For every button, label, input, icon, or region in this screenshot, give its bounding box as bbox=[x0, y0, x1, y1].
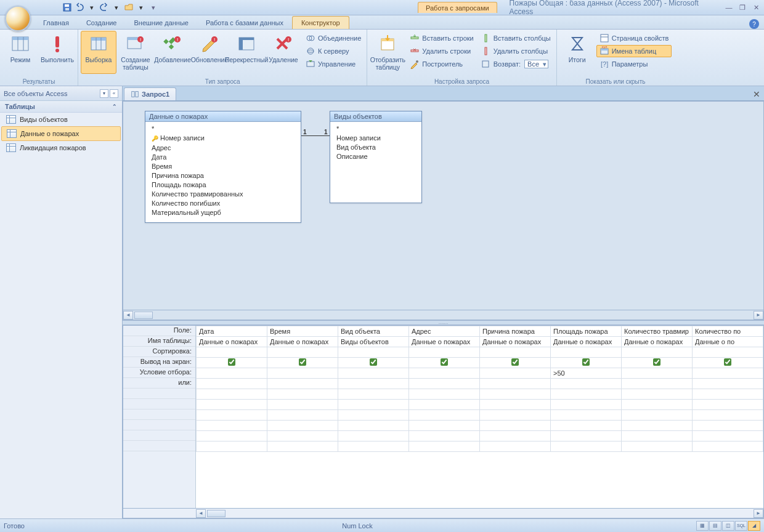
undo-icon[interactable] bbox=[74, 2, 85, 13]
grid-cell[interactable]: Вид объекта bbox=[338, 326, 409, 337]
scroll-right-icon[interactable]: ► bbox=[754, 311, 763, 320]
grid-cell[interactable] bbox=[622, 400, 693, 410]
grid-cell[interactable] bbox=[622, 410, 693, 421]
grid-cell[interactable] bbox=[551, 347, 622, 358]
tab-create[interactable]: Создание bbox=[78, 17, 126, 29]
tab-home[interactable]: Главная bbox=[35, 17, 78, 29]
scroll-left-icon[interactable]: ◄ bbox=[196, 509, 206, 518]
crosstab-button[interactable]: Перекрестный bbox=[229, 31, 264, 74]
propertysheet-button[interactable]: Страница свойств bbox=[596, 32, 672, 44]
grid-cell[interactable] bbox=[267, 410, 338, 421]
show-checkbox[interactable] bbox=[724, 358, 731, 366]
tab-dbtools[interactable]: Работа с базами данных bbox=[197, 17, 292, 29]
grid-cell[interactable] bbox=[197, 358, 267, 368]
insertcols-button[interactable]: Вставить столбцы bbox=[478, 32, 554, 44]
union-button[interactable]: Объединение bbox=[303, 32, 364, 44]
tab-external[interactable]: Внешние данные bbox=[126, 17, 197, 29]
grid-cell[interactable] bbox=[622, 441, 693, 452]
field-item[interactable]: * bbox=[336, 124, 415, 134]
redo-icon[interactable] bbox=[99, 2, 110, 13]
grid-cell[interactable] bbox=[338, 410, 409, 421]
table-box-objecttypes[interactable]: Виды объектов *Номер записиВид объектаОп… bbox=[330, 111, 422, 203]
grid-cell[interactable] bbox=[338, 421, 409, 431]
grid-cell[interactable] bbox=[197, 441, 267, 452]
grid-cell[interactable] bbox=[480, 441, 551, 452]
grid-cell[interactable]: Дата bbox=[197, 326, 267, 337]
field-item[interactable]: Площадь пожара bbox=[152, 180, 295, 190]
return-dropdown[interactable]: Все▾ bbox=[524, 60, 548, 68]
nav-item[interactable]: Виды объектов bbox=[0, 113, 122, 126]
grid-cell[interactable] bbox=[197, 421, 267, 431]
deletecols-button[interactable]: Удалить столбцы bbox=[478, 45, 554, 57]
grid-cell[interactable]: Данные о пожарах bbox=[409, 337, 480, 347]
append-button[interactable]: ! Добавление bbox=[155, 31, 190, 74]
grid-cell[interactable] bbox=[409, 358, 480, 368]
grid-cell[interactable] bbox=[693, 347, 763, 358]
grid-cell[interactable] bbox=[409, 421, 480, 431]
grid-cell[interactable] bbox=[622, 368, 693, 379]
tab-design[interactable]: Конструктор bbox=[292, 16, 349, 29]
grid-cell[interactable] bbox=[551, 379, 622, 389]
select-query-button[interactable]: Выборка bbox=[81, 31, 116, 74]
field-item[interactable]: * bbox=[152, 124, 295, 134]
grid-cell[interactable] bbox=[338, 389, 409, 400]
builder-button[interactable]: Построитель bbox=[407, 58, 476, 70]
restore-button[interactable]: ❐ bbox=[737, 2, 748, 12]
grid-cell[interactable]: Время bbox=[267, 326, 338, 337]
grid-cell[interactable] bbox=[480, 410, 551, 421]
grid-cell[interactable] bbox=[197, 431, 267, 441]
qat-customize-icon[interactable]: ▾ bbox=[148, 2, 159, 13]
show-checkbox[interactable] bbox=[228, 358, 235, 366]
field-item[interactable]: Описание bbox=[336, 152, 415, 161]
passthrough-button[interactable]: К серверу bbox=[303, 45, 364, 57]
grid-cell[interactable] bbox=[480, 421, 551, 431]
grid-cell[interactable] bbox=[338, 347, 409, 358]
grid-cell[interactable] bbox=[267, 431, 338, 441]
grid-cell[interactable] bbox=[197, 368, 267, 379]
datasheet-view-icon[interactable]: ▦ bbox=[696, 521, 709, 531]
grid-cell[interactable] bbox=[267, 358, 338, 368]
delete-button[interactable]: ! Удаление bbox=[266, 31, 301, 74]
grid-cell[interactable]: Причина пожара bbox=[480, 326, 551, 337]
grid-cell[interactable] bbox=[409, 379, 480, 389]
grid-hscroll[interactable]: ◄ ► bbox=[123, 509, 764, 518]
help-icon[interactable]: ? bbox=[749, 19, 759, 29]
grid-cell[interactable] bbox=[622, 379, 693, 389]
grid-cell[interactable]: Данные о пожарах bbox=[267, 337, 338, 347]
field-item[interactable]: Вид объекта bbox=[336, 143, 415, 152]
field-item[interactable]: Количество травмированных bbox=[152, 190, 295, 199]
grid-cell[interactable] bbox=[622, 389, 693, 400]
grid-cell[interactable]: Количество по bbox=[693, 326, 763, 337]
relationship-line[interactable] bbox=[301, 135, 330, 136]
maketable-button[interactable]: ! Создание таблицы bbox=[118, 31, 153, 74]
field-item[interactable]: Дата bbox=[152, 153, 295, 162]
design-view-icon[interactable]: ◢ bbox=[748, 521, 760, 531]
grid-cell[interactable] bbox=[480, 379, 551, 389]
scroll-thumb[interactable] bbox=[207, 510, 226, 517]
insertrows-button[interactable]: Вставить строки bbox=[407, 32, 476, 44]
grid-cell[interactable]: Данные о пожарах bbox=[551, 337, 622, 347]
pivot-view-icon[interactable]: ▤ bbox=[709, 521, 721, 531]
grid-cell[interactable] bbox=[338, 400, 409, 410]
grid-cell[interactable]: Данные о пожарах bbox=[197, 337, 267, 347]
doc-tab-query1[interactable]: Запрос1 bbox=[124, 87, 176, 100]
grid-cell[interactable]: Данные о пожарах bbox=[480, 337, 551, 347]
grid-cell[interactable] bbox=[693, 441, 763, 452]
parameters-button[interactable]: [?]Параметры bbox=[596, 58, 672, 70]
update-button[interactable]: ! Обновление bbox=[192, 31, 227, 74]
grid-cell[interactable] bbox=[197, 410, 267, 421]
show-checkbox[interactable] bbox=[653, 358, 660, 366]
grid-cell[interactable] bbox=[693, 410, 763, 421]
canvas-hscroll[interactable]: ◄ ► bbox=[123, 310, 764, 320]
grid-cell[interactable] bbox=[480, 400, 551, 410]
grid-cell[interactable] bbox=[338, 431, 409, 441]
grid-cell[interactable] bbox=[551, 431, 622, 441]
grid-cell[interactable] bbox=[338, 358, 409, 368]
nav-item[interactable]: Ликвидация пожаров bbox=[0, 141, 122, 155]
grid-cell[interactable] bbox=[480, 368, 551, 379]
nav-collapse-icon[interactable]: « bbox=[110, 89, 118, 98]
scroll-left-icon[interactable]: ◄ bbox=[123, 311, 133, 320]
nav-dropdown-icon[interactable]: ▾ bbox=[100, 89, 108, 98]
grid-cell[interactable] bbox=[197, 400, 267, 410]
grid-cell[interactable] bbox=[551, 441, 622, 452]
